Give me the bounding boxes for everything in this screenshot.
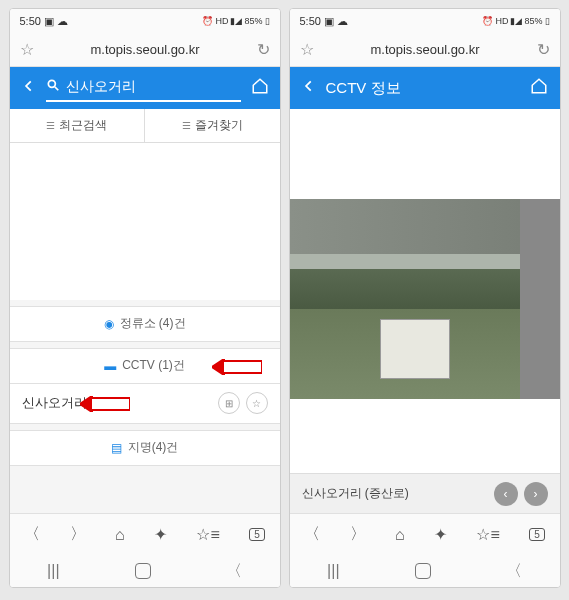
battery-icon: ▯ [545, 16, 550, 26]
category-cctv-label: CCTV (1)건 [122, 357, 185, 374]
nav-bookmarks-icon[interactable]: ☆≡ [476, 525, 499, 544]
phone-right: 5:50 ▣ ☁ ⏰ HD ▮◢ 85% ▯ ☆ m.topis.seoul.g… [289, 8, 561, 588]
nav-tools-icon[interactable]: ✦ [154, 525, 167, 544]
nav-home-icon[interactable]: ⌂ [395, 526, 405, 544]
tab-favorite-label: 즐겨찾기 [195, 117, 243, 134]
category-bus-stop[interactable]: ◉ 정류소 (4)건 [10, 306, 280, 342]
home-button-icon[interactable] [415, 563, 431, 579]
map-button[interactable]: ⊞ [218, 392, 240, 414]
hd-icon: HD [215, 16, 228, 26]
recents-icon[interactable]: ||| [47, 562, 59, 580]
category-stop-label: 정류소 (4)건 [120, 315, 186, 332]
home-button-icon[interactable] [135, 563, 151, 579]
annotation-arrow-icon [80, 396, 130, 412]
list-icon: ☰ [182, 120, 191, 131]
nav-tabs-icon[interactable]: 5 [249, 528, 265, 541]
nav-tabs-icon[interactable]: 5 [529, 528, 545, 541]
nav-forward-icon[interactable]: 〉 [350, 524, 366, 545]
refresh-icon[interactable]: ↻ [537, 40, 550, 59]
app-header-cctv: CCTV 정보 [290, 67, 560, 109]
category-cctv[interactable]: ▬ CCTV (1)건 [10, 348, 280, 384]
search-field-wrap [46, 74, 241, 102]
system-nav: ||| 〈 [10, 555, 280, 587]
status-app-icons: ▣ ☁ [44, 15, 68, 28]
bookmark-star-icon[interactable]: ☆ [20, 40, 34, 59]
status-time: 5:50 [300, 15, 321, 27]
recents-icon[interactable]: ||| [327, 562, 339, 580]
status-time: 5:50 [20, 15, 41, 27]
browser-bottom-nav: 〈 〉 ⌂ ✦ ☆≡ 5 [290, 513, 560, 555]
signal-icon: ▮◢ [230, 16, 242, 26]
tab-recent[interactable]: ☰ 최근검색 [10, 109, 146, 142]
map-icon: ⊞ [225, 398, 233, 409]
refresh-icon[interactable]: ↻ [257, 40, 270, 59]
result-item[interactable]: 신사오거리 ⊞ ☆ [10, 384, 280, 424]
favorite-button[interactable]: ☆ [246, 392, 268, 414]
battery-icon: ▯ [265, 16, 270, 26]
system-nav: ||| 〈 [290, 555, 560, 587]
app-header-search [10, 67, 280, 109]
url-text[interactable]: m.topis.seoul.go.kr [324, 42, 527, 57]
alarm-icon: ⏰ [482, 16, 493, 26]
battery-text: 85% [244, 16, 262, 26]
nav-back-icon[interactable]: 〈 [304, 524, 320, 545]
back-button-icon[interactable]: 〈 [226, 561, 242, 582]
tab-recent-label: 최근검색 [59, 117, 107, 134]
search-icon [46, 78, 60, 96]
back-arrow-icon[interactable] [302, 79, 316, 97]
cctv-footer: 신사오거리 (증산로) ‹ › [290, 473, 560, 513]
prev-button[interactable]: ‹ [494, 482, 518, 506]
nav-bookmarks-icon[interactable]: ☆≡ [196, 525, 219, 544]
chevron-right-icon: › [534, 487, 538, 501]
back-arrow-icon[interactable] [22, 79, 36, 97]
nav-back-icon[interactable]: 〈 [24, 524, 40, 545]
cctv-content: 신사오거리 (증산로) ‹ › [290, 109, 560, 513]
status-app-icons: ▣ ☁ [324, 15, 348, 28]
url-text[interactable]: m.topis.seoul.go.kr [44, 42, 247, 57]
building-icon: ▤ [111, 441, 122, 455]
back-button-icon[interactable]: 〈 [506, 561, 522, 582]
cctv-top-space [290, 109, 560, 199]
cctv-location-label: 신사오거리 (증산로) [302, 485, 409, 502]
result-name: 신사오거리 [22, 394, 87, 412]
page-title: CCTV 정보 [326, 79, 401, 98]
annotation-arrow-icon [212, 359, 262, 375]
status-bar: 5:50 ▣ ☁ ⏰ HD ▮◢ 85% ▯ [290, 9, 560, 33]
bookmark-star-icon[interactable]: ☆ [300, 40, 314, 59]
nav-tools-icon[interactable]: ✦ [434, 525, 447, 544]
nav-forward-icon[interactable]: 〉 [70, 524, 86, 545]
battery-text: 85% [524, 16, 542, 26]
hd-icon: HD [495, 16, 508, 26]
search-content: ◉ 정류소 (4)건 ▬ CCTV (1)건 신사오거리 ⊞ ☆ [10, 143, 280, 513]
category-place-label: 지명(4)건 [128, 439, 179, 456]
phone-left: 5:50 ▣ ☁ ⏰ HD ▮◢ 85% ▯ ☆ m.topis.seoul.g… [9, 8, 281, 588]
home-icon[interactable] [530, 77, 548, 99]
tab-favorite[interactable]: ☰ 즐겨찾기 [145, 109, 280, 142]
cctv-live-image[interactable] [290, 199, 560, 399]
home-icon[interactable] [251, 77, 269, 99]
nav-home-icon[interactable]: ⌂ [115, 526, 125, 544]
list-icon: ☰ [46, 120, 55, 131]
chevron-left-icon: ‹ [504, 487, 508, 501]
search-input[interactable] [66, 79, 241, 95]
browser-url-bar: ☆ m.topis.seoul.go.kr ↻ [10, 33, 280, 67]
signal-icon: ▮◢ [510, 16, 522, 26]
status-bar: 5:50 ▣ ☁ ⏰ HD ▮◢ 85% ▯ [10, 9, 280, 33]
next-button[interactable]: › [524, 482, 548, 506]
search-tabs: ☰ 최근검색 ☰ 즐겨찾기 [10, 109, 280, 143]
category-place[interactable]: ▤ 지명(4)건 [10, 430, 280, 466]
svg-point-0 [48, 80, 55, 87]
star-icon: ☆ [252, 398, 261, 409]
bus-stop-icon: ◉ [104, 317, 114, 331]
browser-bottom-nav: 〈 〉 ⌂ ✦ ☆≡ 5 [10, 513, 280, 555]
empty-area [10, 143, 280, 300]
alarm-icon: ⏰ [202, 16, 213, 26]
browser-url-bar: ☆ m.topis.seoul.go.kr ↻ [290, 33, 560, 67]
cctv-icon: ▬ [104, 359, 116, 373]
